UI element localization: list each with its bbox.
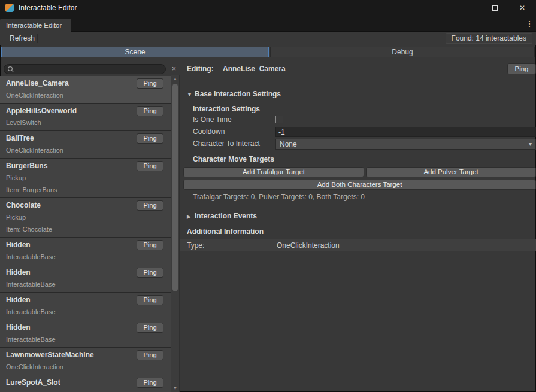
more-options-icon[interactable]: ⋮ (525, 16, 534, 32)
character-move-targets-header: Character Move Targets (193, 155, 274, 163)
list-item-name: Hidden (6, 296, 31, 304)
interactable-list: AnneLise_CameraOneClickInteractionPingAp… (0, 76, 171, 392)
list-item-name: AppleHillsOverworld (6, 107, 77, 115)
list-item-name: AnneLise_Camera (6, 79, 69, 87)
list-item[interactable]: HiddenInteractableBasePing (0, 265, 171, 293)
ping-button-editor[interactable]: Ping (507, 63, 536, 74)
ping-button[interactable]: Ping (137, 323, 163, 333)
chevron-down-icon: ▼ (187, 92, 195, 98)
foldout-events-label: Interaction Events (195, 212, 257, 220)
editing-value: AnneLise_Camera (223, 65, 286, 73)
list-item-subtext: InteractableBase (6, 308, 56, 315)
ping-button[interactable]: Ping (137, 240, 163, 250)
list-item-subtext: LevelSwitch (6, 119, 41, 126)
dropdown-arrow-icon: ▾ (529, 139, 532, 149)
maximize-icon (492, 5, 498, 11)
tab-debug[interactable]: Debug (270, 47, 535, 57)
list-item-subtext: OneClickInteraction (6, 92, 63, 99)
list-item-subtext: InteractableBase (6, 336, 56, 343)
list-item-subtext: Item: Chocolate (6, 226, 52, 233)
scroll-up-button[interactable]: ▲ (171, 75, 179, 83)
add-pulver-target-button[interactable]: Add Pulver Target (366, 167, 536, 177)
scroll-down-button[interactable]: ▼ (171, 384, 179, 392)
list-item-name: LureSpotA_Slot (6, 378, 60, 387)
character-dropdown-value: None (280, 140, 297, 148)
list-item-name: Chocolate (6, 201, 41, 209)
clear-search-button[interactable]: × (169, 64, 178, 74)
list-item-name: BallTree (6, 134, 34, 142)
list-item[interactable]: ChocolatePickupItem: ChocolatePing (0, 198, 171, 238)
list-item-subtext: OneClickInteraction (6, 363, 63, 370)
list-scrollbar[interactable]: ▲ ▼ (171, 75, 180, 392)
minimize-icon (464, 8, 470, 8)
ping-button[interactable]: Ping (137, 78, 163, 89)
toolbar-separator (37, 34, 38, 43)
list-item-name: BurgerBuns (6, 162, 47, 170)
toolbar: Refresh Found: 14 interactables (0, 32, 536, 45)
foldout-interaction-events[interactable]: ▶Interaction Events (187, 212, 257, 220)
app-icon (5, 4, 14, 12)
chevron-right-icon: ▶ (187, 214, 195, 220)
list-item[interactable]: BurgerBunsPickupItem: BurgerBunsPing (0, 159, 171, 198)
character-to-interact-label: Character To Interact (193, 139, 260, 148)
list-item[interactable]: HiddenInteractableBasePing (0, 293, 171, 320)
editing-label: Editing: (187, 65, 214, 73)
list-item-subtext: OneClickInteraction (6, 147, 63, 154)
found-count-label: Found: 14 interactables (446, 33, 532, 44)
list-item-subtext: Pickup (6, 214, 26, 221)
add-trafalgar-target-button[interactable]: Add Trafalgar Target (183, 167, 364, 177)
list-item-name: Hidden (6, 241, 31, 249)
maximize-button[interactable] (481, 0, 508, 16)
ping-button[interactable]: Ping (137, 200, 163, 211)
list-item-subtext: Item: BurgerBuns (6, 186, 57, 193)
type-value: OneClickInteraction (277, 241, 340, 250)
list-item[interactable]: LureSpotA_SlotPing (0, 375, 171, 392)
ping-button[interactable]: Ping (137, 133, 163, 144)
list-item[interactable]: LawnmowerStateMachineOneClickInteraction… (0, 348, 171, 375)
close-button[interactable]: ✕ (508, 0, 536, 16)
ping-button[interactable]: Ping (137, 106, 163, 116)
list-item[interactable]: AnneLise_CameraOneClickInteractionPing (0, 76, 171, 104)
additional-information-header: Additional Information (187, 227, 264, 236)
scrollbar-thumb[interactable] (172, 84, 178, 291)
add-both-characters-target-button[interactable]: Add Both Characters Target (183, 180, 536, 190)
close-icon: ✕ (519, 4, 525, 12)
cooldown-input[interactable] (275, 127, 536, 137)
interaction-settings-header: Interaction Settings (193, 105, 260, 113)
list-item-name: LawnmowerStateMachine (6, 351, 94, 359)
list-item[interactable]: BallTreeOneClickInteractionPing (0, 131, 171, 159)
ping-button[interactable]: Ping (137, 350, 163, 360)
foldout-base-label: Base Interaction Settings (195, 90, 281, 98)
list-item-subtext: InteractableBase (6, 281, 56, 288)
cooldown-label: Cooldown (193, 127, 225, 136)
search-input[interactable] (16, 65, 162, 73)
ping-button[interactable]: Ping (137, 378, 163, 388)
window-title: Interactable Editor (19, 0, 77, 16)
list-item-subtext: InteractableBase (6, 253, 56, 260)
title-bar[interactable]: Interactable Editor ✕ (0, 0, 536, 16)
list-item-subtext: Pickup (6, 174, 26, 181)
editor-tab-strip: Interactable Editor ⋮ (0, 16, 536, 32)
list-item[interactable]: HiddenInteractableBasePing (0, 238, 171, 265)
search-field (4, 64, 166, 74)
ping-button[interactable]: Ping (137, 161, 163, 171)
is-one-time-label: Is One Time (193, 116, 232, 124)
window-controls: ✕ (453, 0, 536, 16)
character-dropdown[interactable]: None ▾ (275, 139, 536, 150)
list-item[interactable]: AppleHillsOverworldLevelSwitchPing (0, 104, 171, 131)
foldout-base-interaction-settings[interactable]: ▼Base Interaction Settings (187, 90, 281, 98)
tab-interactable-editor[interactable]: Interactable Editor (0, 19, 71, 32)
search-icon (7, 66, 14, 73)
interactable-editor-window: Interactable Editor ✕ Interactable Edito… (0, 0, 536, 392)
list-item-name: Hidden (6, 323, 31, 332)
tab-scene[interactable]: Scene (1, 47, 269, 57)
ping-button[interactable]: Ping (137, 268, 163, 278)
refresh-button[interactable]: Refresh (4, 33, 41, 44)
list-item[interactable]: HiddenInteractableBasePing (0, 320, 171, 348)
type-row: Type: OneClickInteraction (180, 239, 536, 251)
list-item-name: Hidden (6, 268, 31, 276)
type-label: Type: (187, 241, 204, 250)
is-one-time-checkbox[interactable] (275, 116, 283, 123)
ping-button[interactable]: Ping (137, 295, 163, 305)
minimize-button[interactable] (453, 0, 481, 16)
